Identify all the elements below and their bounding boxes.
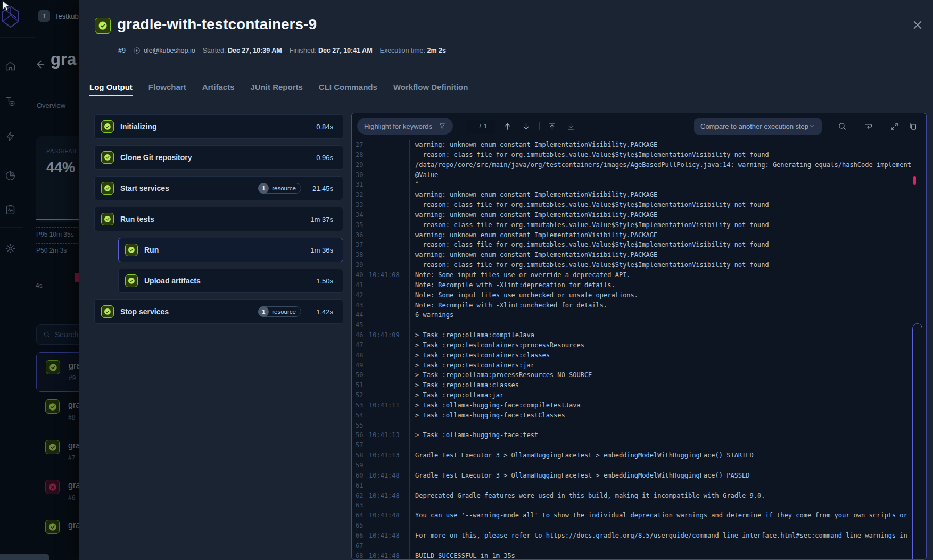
expand-icon[interactable]	[888, 120, 900, 132]
log-line: 57	[352, 440, 926, 450]
step-passed-icon	[125, 274, 138, 287]
modal-tab[interactable]: JUnit Reports	[251, 78, 303, 96]
log-line: 44 6 warnings	[352, 310, 926, 320]
log-line: 38 warning: unknown enum constant Implem…	[352, 250, 926, 260]
copy-icon[interactable]	[907, 120, 919, 132]
log-line-number: 50	[352, 370, 369, 380]
toolbar-divider	[539, 122, 540, 130]
modal-tab[interactable]: Workflow Definition	[393, 78, 468, 96]
modal-backdrop[interactable]	[0, 0, 79, 560]
log-timestamp: 10:41:11	[369, 400, 409, 411]
step-passed-icon	[101, 305, 114, 318]
log-timestamp	[369, 461, 409, 471]
close-icon[interactable]	[910, 17, 926, 33]
log-line-number: 54	[352, 411, 369, 421]
scrollbar-thumb[interactable]	[912, 323, 922, 560]
toolbar-divider	[855, 122, 855, 130]
log-line: 49 > Task :repo:testcontainers:jar	[352, 361, 926, 371]
log-line-number: 53	[352, 400, 369, 411]
log-text: Note: Some input files use or override a…	[409, 270, 926, 280]
log-text	[409, 421, 926, 431]
log-text	[409, 461, 926, 471]
log-line: 61	[352, 481, 926, 491]
log-line: 54 > Task :ollama-hugging-face:testClass…	[352, 411, 926, 421]
log-line-number: 60	[352, 471, 369, 481]
log-line-number: 49	[352, 361, 369, 371]
log-text: warning: unknown enum constant Implement…	[409, 140, 926, 150]
log-line-number: 58	[352, 450, 369, 461]
log-timestamp	[369, 421, 409, 431]
step-card[interactable]: Initializing 0.84s	[94, 114, 343, 139]
modal-tab[interactable]: CLI Commands	[319, 78, 377, 96]
log-line: 58 10:41:13 Gradle Test Executor 3 > Oll…	[352, 450, 926, 461]
log-text: > Task :ollama-hugging-face:testClasses	[409, 411, 926, 421]
log-timestamp	[369, 210, 409, 220]
log-line-number: 43	[352, 300, 369, 311]
resource-badge: 1 resource	[258, 183, 301, 194]
modal-tab[interactable]: Flowchart	[148, 78, 186, 96]
search-icon[interactable]	[836, 120, 848, 132]
step-passed-icon	[101, 182, 114, 195]
log-text: You can use '--warning-mode all' to show…	[409, 511, 926, 521]
log-line: 45	[352, 320, 926, 330]
started-at: Started: Dec 27, 10:39 AM	[203, 47, 282, 54]
step-label: Run	[144, 246, 159, 254]
scrollbar-marker	[913, 176, 916, 185]
log-text: reason: class file for org.immutables.va…	[409, 260, 926, 270]
log-line-number: 66	[352, 531, 369, 541]
log-viewer: Highlight for keywords - / 1 Compare to …	[351, 113, 927, 560]
step-duration: 1m 37s	[308, 215, 333, 223]
log-line-number: 47	[352, 340, 369, 350]
highlight-keywords-dropdown[interactable]: Highlight for keywords	[357, 118, 453, 135]
compare-step-dropdown[interactable]: Compare to another execution step	[694, 118, 822, 135]
arrow-down-icon[interactable]	[521, 120, 532, 132]
log-timestamp	[369, 300, 409, 311]
modal-tabs: Log Output Flowchart Artifacts JUnit Rep…	[89, 78, 468, 96]
step-passed-icon	[101, 213, 114, 225]
log-timestamp: 10:41:09	[369, 330, 409, 340]
log-timestamp	[369, 280, 409, 290]
user-icon	[133, 47, 141, 54]
modal-tab[interactable]: Log Output	[89, 78, 133, 96]
log-text: > Task :ollama-hugging-face:compileTestJ…	[409, 400, 926, 411]
modal-tab[interactable]: Artifacts	[202, 78, 235, 96]
step-passed-icon	[125, 244, 138, 256]
log-text: reason: class file for org.immutables.va…	[409, 200, 926, 210]
step-card[interactable]: Clone Git repository 0.96s	[94, 145, 343, 170]
log-line: 47 > Task :repo:testcontainers:processRe…	[352, 340, 926, 350]
log-line: 31 ^	[352, 180, 926, 190]
log-text: > Task :repo:testcontainers:processResou…	[409, 340, 926, 350]
log-text: Deprecated Gradle features were used in …	[409, 491, 926, 501]
chevron-down-icon	[808, 122, 815, 130]
log-line-number: 37	[352, 240, 369, 250]
log-line: 62 10:41:48 Deprecated Gradle features w…	[352, 491, 926, 501]
step-card[interactable]: Run 1m 36s	[118, 238, 343, 262]
log-line-number: 64	[352, 511, 369, 521]
log-line-number: 39	[352, 260, 369, 270]
log-line: 55	[352, 421, 926, 431]
log-timestamp	[369, 170, 409, 180]
step-card[interactable]: Start services 1 resource 21.45s	[94, 176, 343, 200]
log-text: warning: unknown enum constant Implement…	[409, 250, 926, 260]
finished-at: Finished: Dec 27, 10:41 AM	[290, 47, 373, 54]
log-timestamp	[369, 361, 409, 371]
step-card[interactable]: Run tests 1m 37s	[94, 207, 343, 231]
arrow-up-icon[interactable]	[502, 120, 514, 132]
log-text: reason: class file for org.immutables.va…	[409, 240, 926, 250]
log-text: > Task :repo:ollama:jar	[409, 390, 926, 400]
log-timestamp: 10:41:13	[369, 450, 409, 461]
log-timestamp	[369, 310, 409, 320]
log-line-number: 36	[352, 230, 369, 240]
step-card[interactable]: Upload artifacts 1.50s	[118, 269, 343, 293]
step-card[interactable]: Stop services 1 resource 1.42s	[94, 299, 343, 324]
log-text	[409, 541, 926, 551]
execution-status-icon	[95, 18, 111, 34]
log-output[interactable]: 27 warning: unknown enum constant Implem…	[352, 140, 926, 559]
scroll-to-bottom-icon[interactable]	[565, 120, 577, 132]
log-line: 52 > Task :repo:ollama:jar	[352, 390, 926, 400]
wrap-text-icon[interactable]	[862, 120, 874, 132]
log-text: reason: class file for org.immutables.va…	[409, 220, 926, 230]
step-label: Stop services	[120, 307, 169, 316]
step-label: Start services	[120, 184, 169, 193]
scroll-to-top-icon[interactable]	[547, 120, 558, 132]
